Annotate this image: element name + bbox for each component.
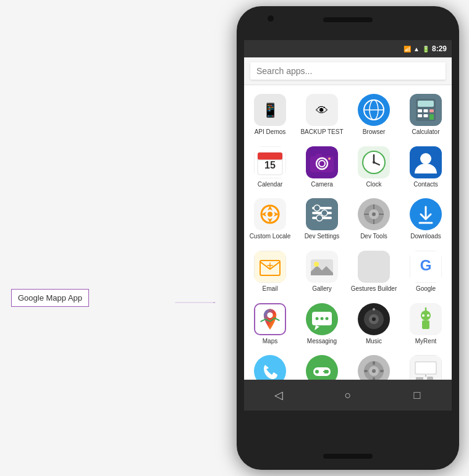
home-button[interactable]: ○ <box>336 383 360 407</box>
svg-rect-21 <box>258 152 282 160</box>
svg-rect-13 <box>418 109 422 112</box>
app-label-contacts: Contacts <box>413 181 437 188</box>
app-item-browser[interactable]: Browser <box>348 89 400 141</box>
svg-point-46 <box>316 215 323 221</box>
app-icon-custom-locale <box>254 198 286 230</box>
back-button[interactable]: ◁ <box>266 383 291 407</box>
app-icon-calculator <box>410 94 442 126</box>
app-item-clock[interactable]: Clock <box>348 141 400 194</box>
app-label-gallery: Gallery <box>312 285 332 293</box>
app-label-api-demos: API Demos <box>255 128 286 136</box>
svg-text:📱: 📱 <box>262 102 279 119</box>
svg-point-36 <box>420 153 431 164</box>
app-icon-dev-settings <box>306 198 338 230</box>
app-label-calendar: Calendar <box>258 181 283 188</box>
app-item-calendar[interactable]: 15Calendar <box>244 141 296 194</box>
svg-rect-93 <box>373 361 375 365</box>
app-label-messaging: Messaging <box>307 338 337 345</box>
app-icon-backup-test: 👁 <box>306 94 338 126</box>
app-item-camera[interactable]: Camera <box>296 141 348 194</box>
app-item-gestures-builder[interactable]: Gestures Builder <box>348 246 400 298</box>
app-item-email[interactable]: Email <box>244 246 296 298</box>
app-item-calculator[interactable]: Calculator <box>400 89 452 141</box>
app-grid: 📱API Demos👁BACKUP TESTBrowserCalculator1… <box>244 85 452 406</box>
app-label-camera: Camera <box>311 181 333 188</box>
annotation-label: Google Mapp App <box>11 289 89 307</box>
app-icon-gallery <box>306 251 338 283</box>
app-item-maps[interactable]: Maps <box>244 298 296 351</box>
app-label-downloads: Downloads <box>410 233 441 240</box>
app-icon-maps <box>254 303 286 335</box>
svg-rect-16 <box>418 114 422 117</box>
navigation-bar: ◁ ○ □ <box>244 380 452 411</box>
signal-icon: ▲ <box>413 46 420 52</box>
status-time: 8:29 <box>432 44 447 53</box>
search-input[interactable] <box>250 62 446 80</box>
status-icons: 📶 ▲ 🔋 <box>404 46 429 52</box>
app-icon-myrent <box>410 303 442 335</box>
app-icon-downloads <box>410 198 442 230</box>
svg-point-69 <box>316 317 319 320</box>
svg-point-66 <box>267 312 273 318</box>
app-item-messaging[interactable]: Messaging <box>296 298 348 351</box>
phone-shell: 📶 ▲ 🔋 8:29 📱API Demos👁BACKUP TESTBrowser… <box>237 6 459 470</box>
svg-point-44 <box>314 205 320 211</box>
app-label-custom-locale: Custom Locale <box>250 233 291 240</box>
app-label-google: Google <box>416 285 436 293</box>
app-icon-clock <box>358 146 390 178</box>
app-icon-music <box>358 303 390 335</box>
svg-rect-28 <box>316 154 322 157</box>
app-icon-api-demos: 📱 <box>254 94 286 126</box>
app-item-gallery[interactable]: Gallery <box>296 246 348 298</box>
svg-rect-99 <box>416 362 436 374</box>
svg-point-45 <box>321 210 327 216</box>
app-label-music: Music <box>366 338 382 345</box>
svg-rect-17 <box>424 114 428 117</box>
svg-rect-96 <box>380 370 384 372</box>
app-item-api-demos[interactable]: 📱API Demos <box>244 89 296 141</box>
app-label-maps: Maps <box>263 338 277 345</box>
app-icon-dev-tools <box>358 198 390 230</box>
speaker-bottom <box>323 454 373 459</box>
speaker-top <box>323 17 373 22</box>
app-item-google[interactable]: GGoogle <box>400 246 452 298</box>
app-label-backup-test: BACKUP TEST <box>300 128 343 136</box>
app-icon-contacts <box>410 146 442 178</box>
app-label-gestures-builder: Gestures Builder <box>351 285 397 293</box>
app-label-browser: Browser <box>363 128 386 136</box>
app-item-myrent[interactable]: MyRent <box>400 298 452 351</box>
app-item-dev-tools[interactable]: Dev Tools <box>348 193 400 246</box>
app-label-email: Email <box>262 285 277 293</box>
svg-rect-12 <box>418 101 434 107</box>
app-item-contacts[interactable]: Contacts <box>400 141 452 194</box>
app-item-backup-test[interactable]: 👁BACKUP TEST <box>296 89 348 141</box>
svg-rect-95 <box>364 370 368 372</box>
recents-button[interactable]: □ <box>405 383 429 407</box>
svg-point-50 <box>372 212 376 216</box>
battery-icon: 🔋 <box>422 46 429 52</box>
app-icon-messaging <box>306 303 338 335</box>
svg-point-29 <box>328 157 331 160</box>
svg-marker-1 <box>214 302 216 303</box>
svg-text:G: G <box>420 257 432 273</box>
svg-point-92 <box>372 369 376 373</box>
app-item-downloads[interactable]: Downloads <box>400 193 452 246</box>
app-item-custom-locale[interactable]: Custom Locale <box>244 193 296 246</box>
app-icon-calendar: 15 <box>254 146 286 178</box>
app-icon-gestures-builder <box>358 251 390 283</box>
svg-point-39 <box>268 212 273 217</box>
app-label-calculator: Calculator <box>412 128 439 136</box>
svg-point-85 <box>315 370 319 374</box>
app-item-music[interactable]: Music <box>348 298 400 351</box>
svg-text:15: 15 <box>264 160 276 170</box>
front-camera <box>268 15 274 22</box>
app-label-myrent: MyRent <box>415 338 436 345</box>
svg-point-70 <box>321 317 324 320</box>
svg-point-71 <box>326 317 329 320</box>
app-label-dev-settings: Dev Settings <box>305 233 340 240</box>
app-icon-camera <box>306 146 338 178</box>
svg-point-34 <box>373 161 375 164</box>
status-bar: 📶 ▲ 🔋 8:29 <box>244 40 452 57</box>
app-item-dev-settings[interactable]: Dev Settings <box>296 193 348 246</box>
svg-point-81 <box>427 314 429 317</box>
